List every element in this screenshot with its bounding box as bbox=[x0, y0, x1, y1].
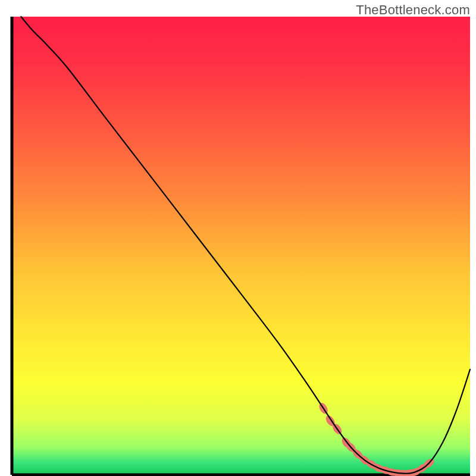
bottleneck-curve-chart bbox=[0, 0, 476, 476]
chart-frame: TheBottleneck.com bbox=[0, 0, 476, 476]
watermark-text: TheBottleneck.com bbox=[356, 2, 470, 18]
